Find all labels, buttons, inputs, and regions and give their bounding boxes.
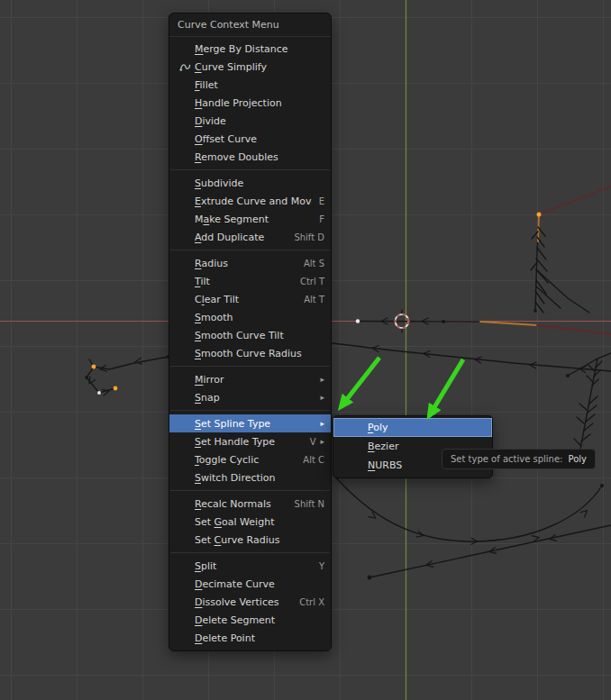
menu-item-shortcut: Shift D (294, 232, 324, 242)
menu-item-split[interactable]: SplitY (169, 557, 331, 575)
menu-item-icon-slot (178, 559, 191, 572)
menu-item-label: Set Spline Type (195, 418, 315, 430)
menu-item-icon-slot (178, 293, 191, 305)
menu-item-icon-slot (178, 78, 191, 91)
menu-item-icon-slot (178, 497, 191, 510)
menu-item-make-segment[interactable]: Make SegmentF (169, 210, 331, 228)
menu-item-icon-slot (178, 614, 191, 626)
menu-item-label: Radius (195, 258, 296, 269)
menu-item-label: Merge By Distance (195, 43, 324, 55)
menu-item-icon-slot (178, 231, 191, 243)
menu-item-toggle-cyclic[interactable]: Toggle CyclicAlt C (169, 450, 331, 468)
menu-item-icon-slot (178, 177, 191, 189)
submenu-arrow-icon: ▸ (320, 419, 324, 428)
menu-item-snap[interactable]: Snap▸ (169, 388, 331, 406)
menu-item-icon-slot (178, 195, 191, 207)
menu-item-icon-slot (178, 132, 191, 145)
menu-item-label: Subdivide (195, 177, 324, 189)
menu-item-offset-curve[interactable]: Offset Curve (169, 130, 331, 148)
menu-item-shortcut: F (319, 214, 324, 224)
menu-item-label: Smooth Curve Radius (195, 348, 324, 359)
menu-item-label: Toggle Cyclic (195, 454, 296, 466)
curve-simplify-icon (178, 60, 191, 73)
menu-item-clear-tilt[interactable]: Clear TiltAlt T (169, 290, 331, 308)
menu-separator (170, 169, 330, 170)
tooltip-label: Set type of active spline: (451, 454, 562, 464)
menu-item-icon-slot (178, 347, 191, 359)
menu-item-icon-slot (178, 257, 191, 269)
menu-item-remove-doubles[interactable]: Remove Doubles (169, 148, 331, 166)
menu-item-mirror[interactable]: Mirror▸ (169, 370, 331, 388)
menu-item-smooth-curve-tilt[interactable]: Smooth Curve Tilt (169, 326, 331, 344)
menu-item-subdivide[interactable]: Subdivide (169, 174, 331, 192)
menu-item-radius[interactable]: RadiusAlt S (169, 254, 331, 272)
menu-item-handle-projection[interactable]: Handle Projection (169, 94, 331, 112)
menu-separator (170, 410, 330, 411)
menu-item-delete-point[interactable]: Delete Point (169, 629, 331, 647)
menu-item-switch-direction[interactable]: Switch Direction (169, 468, 331, 486)
menu-item-divide[interactable]: Divide (169, 112, 331, 130)
menu-item-label: Fillet (195, 79, 324, 91)
menu-item-label: Divide (195, 115, 324, 127)
menu-item-smooth[interactable]: Smooth (169, 308, 331, 326)
menu-item-merge-by-distance[interactable]: Merge By Distance (169, 40, 331, 58)
menu-item-set-curve-radius[interactable]: Set Curve Radius (169, 531, 331, 549)
menu-item-label: Curve Simplify (195, 61, 324, 73)
menu-item-smooth-curve-radius[interactable]: Smooth Curve Radius (169, 344, 331, 362)
menu-item-label: Set Goal Weight (195, 516, 324, 528)
menu-item-icon-slot (178, 213, 191, 225)
menu-item-label: Recalc Normals (195, 498, 287, 510)
curve-context-menu: Curve Context Menu Merge By DistanceCurv… (169, 13, 332, 651)
menu-item-icon-slot (178, 515, 191, 528)
menu-item-shortcut: V (310, 437, 316, 447)
tooltip-value: Poly (568, 454, 587, 464)
menu-item-icon-slot (351, 459, 364, 472)
menu-item-icon-slot (178, 417, 191, 430)
menu-item-curve-simplify[interactable]: Curve Simplify (169, 58, 331, 76)
menu-item-fillet[interactable]: Fillet (169, 76, 331, 94)
menu-item-shortcut: Ctrl X (299, 597, 324, 607)
menu-item-icon-slot (178, 329, 191, 341)
menu-item-label: Mirror (195, 374, 315, 386)
menu-item-decimate-curve[interactable]: Decimate Curve (169, 575, 331, 593)
curve-objects (87, 186, 611, 577)
menu-item-add-duplicate[interactable]: Add DuplicateShift D (169, 228, 331, 246)
menu-item-label: Make Segment (195, 214, 312, 225)
menu-separator (170, 552, 330, 553)
menu-item-icon-slot (178, 373, 191, 386)
menu-item-label: Decimate Curve (195, 578, 324, 590)
menu-item-icon-slot (178, 114, 191, 127)
menu-item-set-spline-type[interactable]: Set Spline Type▸ (169, 414, 331, 432)
menu-item-label: Switch Direction (195, 472, 324, 484)
menu-item-dissolve-vertices[interactable]: Dissolve VerticesCtrl X (169, 593, 331, 611)
menu-item-icon-slot (178, 453, 191, 466)
menu-item-icon-slot (351, 422, 364, 434)
submenu-arrow-icon: ▸ (320, 437, 324, 446)
menu-item-label: Tilt (195, 276, 293, 287)
menu-item-icon-slot (178, 391, 191, 404)
tooltip: Set type of active spline: Poly (442, 449, 596, 469)
menu-item-label: Dissolve Vertices (195, 596, 292, 608)
menu-item-poly[interactable]: Poly (333, 418, 492, 437)
menu-item-set-goal-weight[interactable]: Set Goal Weight (169, 513, 331, 531)
menu-item-label: Offset Curve (195, 133, 324, 145)
submenu-arrow-icon: ▸ (320, 375, 324, 384)
menu-item-shortcut: Ctrl T (300, 277, 324, 286)
menu-item-label: Handle Projection (195, 97, 324, 109)
menu-item-tilt[interactable]: TiltCtrl T (169, 272, 331, 290)
menu-item-set-handle-type[interactable]: Set Handle TypeV▸ (169, 432, 331, 450)
menu-item-label: Smooth Curve Tilt (195, 330, 324, 341)
menu-item-icon-slot (178, 471, 191, 484)
menu-item-label: Delete Segment (195, 614, 324, 626)
menu-item-shortcut: Alt C (303, 455, 324, 465)
menu-item-icon-slot (178, 150, 191, 163)
menu-item-label: Split (195, 560, 312, 572)
menu-item-delete-segment[interactable]: Delete Segment (169, 611, 331, 629)
menu-item-extrude-curve-and-move[interactable]: Extrude Curve and MoveE (169, 192, 331, 210)
menu-item-recalc-normals[interactable]: Recalc NormalsShift N (169, 495, 331, 513)
menu-item-icon-slot (178, 533, 191, 546)
menu-item-icon-slot (178, 96, 191, 109)
curve-vertices (85, 213, 604, 580)
menu-item-label: Set Handle Type (195, 436, 303, 448)
menu-item-icon-slot (178, 42, 191, 55)
